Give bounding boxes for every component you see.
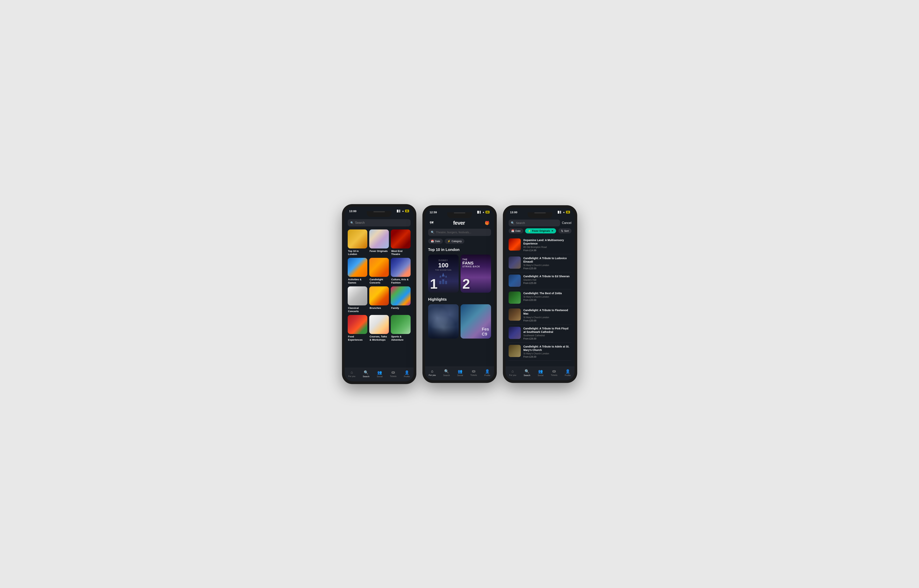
result-info-pinkfloyd: Candlelight: A Tribute to Pink Floyd at … <box>524 327 572 340</box>
profile-nav-label: Profile <box>565 374 571 376</box>
result-thumb-adele <box>509 345 521 357</box>
category-item-brunches[interactable]: Brunches <box>369 286 389 313</box>
date-filter[interactable]: 📅 Date <box>428 239 443 244</box>
result-item-fleetwood[interactable]: Candlelight: A Tribute to Fleetwood MacS… <box>509 306 572 324</box>
close-icon[interactable]: ✕ <box>551 229 553 232</box>
top10-row: DISNEY 100 THE EXHIBITION <box>425 255 494 296</box>
category-item-activities[interactable]: Activities & Games <box>348 258 367 284</box>
svg-marker-5 <box>445 275 447 278</box>
nav-item-profile[interactable]: 👤Profile <box>485 369 490 376</box>
fever-originals-chip[interactable]: ⚡ Fever Originals ✕ <box>525 228 556 233</box>
nav-item-search[interactable]: 🔍Search <box>363 370 370 378</box>
nav-item-foryou[interactable]: ⌂For you <box>509 369 516 376</box>
disney-label: DISNEY <box>439 259 448 262</box>
highlight-card-1[interactable] <box>428 304 459 339</box>
category-item-classical[interactable]: Classical Concerts <box>348 286 367 313</box>
search-nav-icon: 🔍 <box>525 369 529 373</box>
search-nav-label: Search <box>524 374 530 376</box>
svg-rect-2 <box>445 281 447 284</box>
category-item-courses[interactable]: Courses, Talks & Workshops <box>369 315 389 342</box>
profile-nav-icon: 👤 <box>405 370 409 375</box>
category-label-classical: Classical Concerts <box>348 307 367 313</box>
result-item-einaudi[interactable]: Candlelight: A Tribute to Ludovico Einau… <box>509 254 572 272</box>
category-image-brunches <box>369 286 389 305</box>
category-image-top10 <box>348 229 367 249</box>
result-price-einaudi: From £25.00 <box>524 267 572 270</box>
search-icon: 🔍 <box>350 221 353 224</box>
category-item-family[interactable]: Family <box>391 286 410 313</box>
result-item-pinkfloyd[interactable]: Candlelight: A Tribute to Pink Floyd at … <box>509 325 572 342</box>
result-title-pinkfloyd: Candlelight: A Tribute to Pink Floyd at … <box>524 327 572 334</box>
nav-item-social[interactable]: 👥Social <box>538 369 543 376</box>
highlight-card-2[interactable]: FesC9 <box>460 304 491 339</box>
result-price-dopamine: From £14.99 <box>524 249 572 252</box>
social-nav-icon: 👥 <box>377 370 382 375</box>
battery-badge: 66 <box>486 211 489 213</box>
category-label-family: Family <box>391 307 410 310</box>
nav-item-search[interactable]: 🔍Search <box>443 369 450 376</box>
category-item-sports[interactable]: Sports & Adventure <box>391 315 410 342</box>
category-item-candlelight[interactable]: Candlelight Concerts <box>369 258 389 284</box>
result-item-dopamine[interactable]: Dopamine Land: A Multisensory Experience… <box>509 236 572 254</box>
nav-item-search[interactable]: 🔍Search <box>524 369 530 376</box>
category-image-candlelight <box>369 258 389 277</box>
category-image-westend <box>391 229 410 249</box>
nav-item-tickets[interactable]: 🎟Tickets <box>390 370 397 377</box>
disney-subtitle: THE EXHIBITION <box>435 269 452 271</box>
nav-item-social[interactable]: 👥Social <box>457 369 463 376</box>
top10-card-1[interactable]: DISNEY 100 THE EXHIBITION <box>428 255 459 293</box>
phone3-search-bar[interactable]: 🔍 Search <box>509 220 560 226</box>
top10-title: Top 10 in London <box>425 247 494 255</box>
nav-item-foryou[interactable]: ⌂For you <box>429 369 436 376</box>
category-image-activities <box>348 258 367 277</box>
phone2-time: 12:59 <box>430 211 437 214</box>
result-price-fleetwood: From £20.00 <box>524 319 572 322</box>
highlights-title: Highlights <box>425 296 494 304</box>
cancel-button[interactable]: Cancel <box>562 221 572 225</box>
phone2-content: 🗺 fever 🎁 🔍 Theatre, burgers, festivals.… <box>425 218 494 367</box>
result-price-zelda: From £20.00 <box>524 299 572 301</box>
battery-badge: 66 <box>566 211 570 213</box>
result-info-edsheeran: Candlelight: A Tribute to Ed SheeranGlaz… <box>524 275 572 284</box>
search-header-row: 🔍 Search Cancel <box>506 218 575 228</box>
fever-originals-label: Fever Originals <box>532 229 550 232</box>
svg-marker-3 <box>442 273 445 276</box>
result-title-adele: Candlelight: A Tribute to Adele at St. M… <box>524 345 572 352</box>
sort-label: Sort <box>564 229 569 232</box>
result-thumb-dopamine <box>509 238 521 250</box>
nav-item-tickets[interactable]: 🎟Tickets <box>551 369 558 376</box>
result-price-edsheeran: From £25.00 <box>524 282 572 284</box>
filter-row-3: 📅 Date ⚡ Fever Originals ✕ ⇅ Sort <box>506 228 575 236</box>
categories-grid: Top 10 in LondonFever OriginalsWest End … <box>345 229 414 345</box>
search-nav-icon: 🔍 <box>444 369 449 373</box>
result-item-zelda[interactable]: Candlelight: The Best of ZeldaSt Mary's … <box>509 289 572 306</box>
result-item-adele[interactable]: Candlelight: A Tribute to Adele at St. M… <box>509 342 572 361</box>
phone1-search-bar[interactable]: 🔍 Search <box>348 219 411 226</box>
nav-item-social[interactable]: 👥Social <box>377 370 383 378</box>
result-title-fleetwood: Candlelight: A Tribute to Fleetwood Mac <box>524 309 572 315</box>
category-image-fever <box>369 229 389 249</box>
nav-item-profile[interactable]: 👤Profile <box>565 369 571 376</box>
nav-item-profile[interactable]: 👤Profile <box>404 370 410 378</box>
category-filter[interactable]: ⚡ Category <box>445 239 464 244</box>
phone2-search-bar[interactable]: 🔍 Theatre, burgers, festivals... <box>428 229 491 236</box>
category-item-westend[interactable]: West End Theatre <box>391 229 410 256</box>
foryou-nav-icon: ⌂ <box>431 369 433 373</box>
fever-logo: fever <box>453 220 465 226</box>
nav-item-foryou[interactable]: ⌂For you <box>348 370 355 377</box>
date-chip[interactable]: 📅 Date <box>509 228 523 233</box>
category-item-fever[interactable]: Fever Originals <box>369 229 389 256</box>
search-nav-icon: 🔍 <box>364 370 368 375</box>
result-info-fleetwood: Candlelight: A Tribute to Fleetwood MacS… <box>524 309 572 322</box>
category-item-food[interactable]: Food Experiences <box>348 315 367 342</box>
search-icon: 🔍 <box>511 221 514 225</box>
social-nav-icon: 👥 <box>538 369 543 373</box>
category-item-culture[interactable]: Culture, Arts & Fashion <box>391 258 410 284</box>
nav-item-tickets[interactable]: 🎟Tickets <box>470 369 477 376</box>
result-item-edsheeran[interactable]: Candlelight: A Tribute to Ed SheeranGlaz… <box>509 272 572 289</box>
sort-chip[interactable]: ⇅ Sort <box>558 228 572 233</box>
calendar-icon: 📅 <box>431 240 434 242</box>
top10-card-2[interactable]: THE FANS STRIKE BACK 2 <box>460 255 491 293</box>
phone2-bottom-nav: ⌂For you🔍Search👥Social🎟Tickets👤Profile <box>425 367 494 380</box>
category-item-top10[interactable]: Top 10 in London <box>348 229 367 256</box>
